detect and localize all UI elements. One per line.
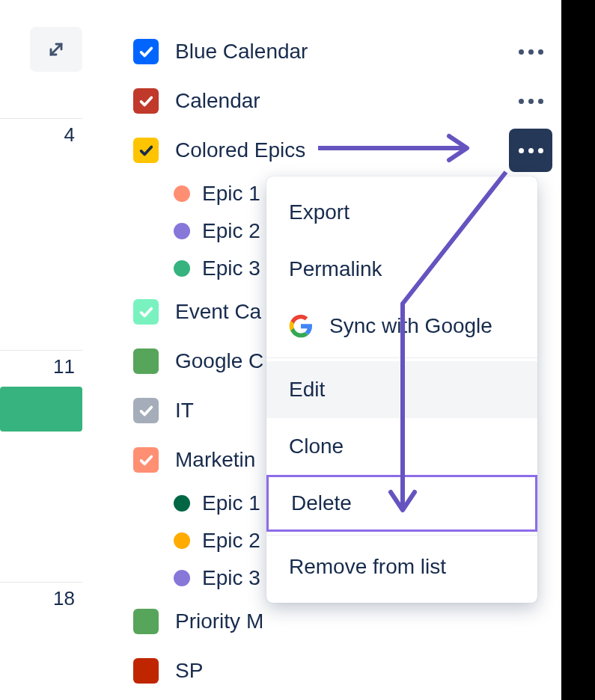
color-square[interactable] bbox=[133, 349, 159, 374]
more-actions-button[interactable] bbox=[509, 30, 552, 73]
google-icon bbox=[289, 314, 313, 338]
calendar-row-colored-epics[interactable]: Colored Epics bbox=[133, 126, 552, 175]
checkbox[interactable] bbox=[133, 299, 159, 325]
calendar-label: Event Ca bbox=[175, 300, 261, 324]
day-cell[interactable]: 4 bbox=[0, 118, 82, 350]
checkbox[interactable] bbox=[133, 39, 159, 64]
calendar-label: Marketin bbox=[175, 448, 255, 472]
menu-item-clone[interactable]: Clone bbox=[266, 418, 537, 475]
calendar-label: Priority M bbox=[175, 610, 263, 633]
dots-icon bbox=[519, 99, 543, 104]
dots-icon bbox=[519, 148, 543, 153]
day-cell[interactable]: 11 bbox=[0, 350, 82, 582]
expand-icon bbox=[46, 39, 67, 60]
calendar-event-block[interactable] bbox=[0, 387, 82, 432]
calendar-row-calendar[interactable]: Calendar bbox=[133, 76, 552, 126]
menu-separator bbox=[266, 357, 537, 358]
checkbox[interactable] bbox=[133, 447, 159, 473]
epic-color-dot bbox=[174, 185, 190, 202]
dots-icon bbox=[519, 49, 543, 55]
epic-label: Epic 3 bbox=[202, 257, 260, 280]
checkbox[interactable] bbox=[133, 138, 159, 163]
check-icon bbox=[138, 452, 154, 468]
svg-line-0 bbox=[51, 44, 61, 55]
calendar-label: IT bbox=[175, 399, 194, 423]
epic-color-dot bbox=[174, 495, 190, 512]
check-icon bbox=[138, 142, 154, 159]
day-column: 4 11 18 bbox=[0, 118, 82, 700]
menu-label: Sync with Google bbox=[329, 314, 492, 338]
calendar-row-sp[interactable]: SP bbox=[133, 646, 552, 696]
expand-button[interactable] bbox=[30, 27, 82, 72]
menu-label: Delete bbox=[291, 491, 352, 515]
menu-item-edit[interactable]: Edit bbox=[266, 361, 537, 418]
epic-label: Epic 1 bbox=[202, 491, 260, 515]
day-number: 4 bbox=[64, 123, 75, 146]
epic-color-dot bbox=[174, 570, 190, 586]
epic-color-dot bbox=[174, 223, 190, 239]
color-square[interactable] bbox=[133, 658, 159, 684]
menu-separator bbox=[266, 535, 537, 535]
calendar-label: Blue Calendar bbox=[175, 40, 308, 64]
epic-label: Epic 3 bbox=[202, 566, 260, 590]
day-number: 18 bbox=[53, 587, 75, 610]
right-black-strip bbox=[561, 0, 595, 700]
more-actions-button[interactable] bbox=[509, 79, 552, 123]
menu-label: Clone bbox=[289, 435, 344, 458]
epic-label: Epic 2 bbox=[202, 219, 260, 243]
menu-label: Permalink bbox=[289, 257, 382, 281]
menu-label: Export bbox=[289, 200, 350, 224]
color-square[interactable] bbox=[133, 609, 159, 634]
calendar-label: Colored Epics bbox=[175, 138, 305, 162]
day-cell[interactable]: 18 bbox=[0, 582, 82, 700]
day-number: 11 bbox=[53, 355, 75, 378]
menu-item-sync-google[interactable]: Sync with Google bbox=[266, 298, 537, 354]
calendar-row-blue-calendar[interactable]: Blue Calendar bbox=[133, 27, 552, 76]
menu-item-permalink[interactable]: Permalink bbox=[266, 241, 537, 298]
menu-label: Remove from list bbox=[289, 555, 446, 579]
context-menu: Export Permalink Sync with Google Edit C… bbox=[266, 176, 537, 603]
check-icon bbox=[138, 43, 154, 60]
calendar-label: Calendar bbox=[175, 89, 260, 113]
menu-item-remove-from-list[interactable]: Remove from list bbox=[266, 538, 537, 595]
check-icon bbox=[138, 93, 154, 109]
calendar-row-priority-m[interactable]: Priority M bbox=[133, 597, 552, 646]
menu-label: Edit bbox=[289, 378, 325, 402]
menu-item-delete[interactable]: Delete bbox=[266, 475, 537, 532]
epic-color-dot bbox=[174, 532, 190, 549]
checkbox[interactable] bbox=[133, 398, 159, 423]
more-actions-button[interactable] bbox=[509, 129, 552, 172]
epic-label: Epic 1 bbox=[202, 182, 260, 206]
calendar-label: SP bbox=[175, 659, 203, 683]
epic-color-dot bbox=[174, 260, 190, 277]
calendar-label: Google C bbox=[175, 349, 263, 373]
menu-item-export[interactable]: Export bbox=[266, 184, 537, 241]
check-icon bbox=[138, 304, 154, 320]
calendar-row-support[interactable]: Support bbox=[133, 696, 552, 700]
checkbox[interactable] bbox=[133, 88, 159, 114]
epic-label: Epic 2 bbox=[202, 529, 260, 553]
check-icon bbox=[138, 402, 154, 419]
